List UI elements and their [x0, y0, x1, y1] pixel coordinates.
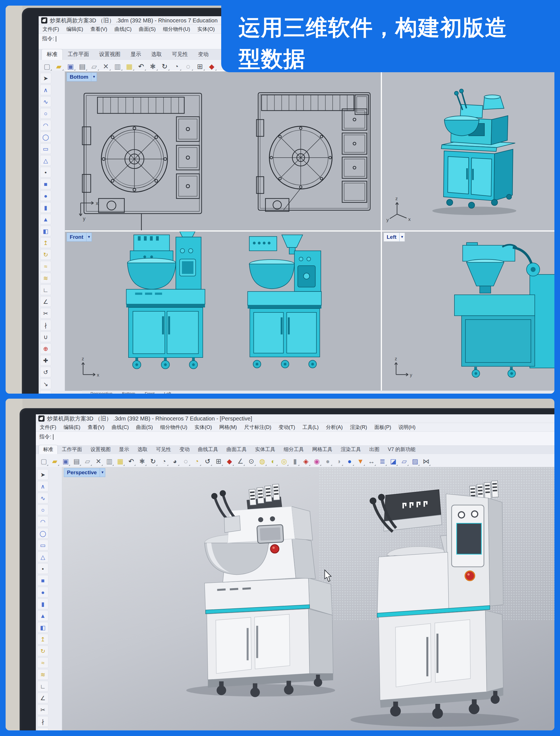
zoom-icon[interactable]: ◔: [171, 61, 181, 71]
move-icon[interactable]: ✚: [40, 355, 51, 366]
chamfer-icon[interactable]: ∠: [37, 693, 48, 703]
menu-item[interactable]: 网格(M): [219, 424, 237, 430]
chevron-down-icon[interactable]: ▾: [399, 233, 405, 241]
menu-item[interactable]: 曲线(C): [112, 424, 129, 430]
ribbon-tab[interactable]: 细分工具: [279, 445, 308, 454]
paste-icon[interactable]: ▦: [124, 61, 134, 71]
rectangle-icon[interactable]: ▭: [40, 143, 51, 154]
fillet-icon[interactable]: ∟: [37, 681, 48, 691]
cone-icon[interactable]: ▲: [40, 214, 51, 225]
ghosted-sphere-icon[interactable]: ◑: [334, 456, 343, 467]
ribbon-tab[interactable]: 工作平面: [63, 49, 94, 60]
ellipse-icon[interactable]: ◯: [40, 132, 51, 142]
revolve-icon[interactable]: ↻: [40, 249, 51, 260]
filter-cone-icon[interactable]: ▼: [356, 456, 365, 467]
viewport-strip-tab[interactable]: Front: [145, 391, 155, 393]
viewport-label-perspective[interactable]: Perspective ▾: [64, 468, 105, 477]
ribbon-tab[interactable]: V7 的新功能: [384, 445, 420, 454]
ribbon-tab[interactable]: 设置视图: [94, 49, 125, 60]
menu-item[interactable]: 分析(A): [326, 424, 343, 430]
chevron-down-icon[interactable]: ▾: [91, 73, 97, 81]
viewport-strip-tab[interactable]: Left: [164, 391, 171, 393]
fillet-icon[interactable]: ∟: [40, 285, 51, 295]
export-icon[interactable]: ▱: [83, 456, 92, 467]
extrude-icon[interactable]: ↥: [37, 634, 48, 644]
four-viewport-icon[interactable]: ⊞: [214, 456, 223, 467]
pointer-icon[interactable]: ➤: [40, 73, 51, 83]
scale-icon[interactable]: ↘: [40, 378, 51, 389]
loft-icon[interactable]: ≋: [37, 669, 48, 680]
arc-icon[interactable]: ◠: [37, 516, 48, 527]
save-icon[interactable]: ▣: [66, 61, 76, 71]
ribbon-tab[interactable]: 标准: [39, 445, 58, 454]
point-icon[interactable]: •: [37, 563, 48, 574]
undo-icon[interactable]: ↶: [136, 61, 146, 71]
viewport-perspective-main[interactable]: Perspective ▾: [62, 467, 554, 730]
viewport-strip-tab[interactable]: Bottom: [122, 391, 135, 393]
save-icon[interactable]: ▣: [61, 456, 70, 467]
ribbon-tab[interactable]: 变动: [193, 49, 214, 60]
ribbon-tab[interactable]: 设置视图: [86, 445, 115, 454]
boolean-icon[interactable]: ⊕: [40, 343, 51, 354]
delete-icon[interactable]: ✕: [94, 456, 103, 467]
surface-icon[interactable]: ◧: [37, 622, 48, 633]
loft-icon[interactable]: ≋: [40, 273, 51, 283]
export-icon[interactable]: ▱: [89, 61, 99, 71]
four-viewport-icon[interactable]: ⊞: [195, 61, 205, 71]
point-icon[interactable]: •: [40, 167, 51, 178]
pointer-icon[interactable]: ➤: [37, 469, 48, 480]
menu-item[interactable]: 细分物件(U): [163, 26, 190, 32]
viewport-bottom[interactable]: x y Bottom ▾: [65, 71, 381, 231]
measure-icon[interactable]: ∠: [236, 456, 245, 467]
menu-item[interactable]: 曲面(S): [136, 424, 153, 430]
box-icon[interactable]: ■: [40, 179, 51, 189]
ribbon-tab[interactable]: 实体工具: [251, 445, 279, 454]
polygon-icon[interactable]: △: [37, 551, 48, 562]
surface-icon[interactable]: ◧: [40, 226, 51, 236]
chevron-down-icon[interactable]: ▾: [86, 233, 92, 241]
ribbon-tab[interactable]: 标准: [41, 49, 63, 60]
menu-item[interactable]: 编辑(E): [66, 26, 83, 32]
rendered-sphere-icon[interactable]: ●: [345, 456, 354, 467]
vehicle-icon[interactable]: ◆: [225, 456, 234, 467]
ribbon-tab[interactable]: 变动: [175, 445, 194, 454]
lock-icon[interactable]: ▮: [290, 456, 300, 467]
copy-icon[interactable]: ▥: [113, 61, 123, 71]
menu-item[interactable]: 查看(V): [90, 26, 107, 32]
sphere-icon[interactable]: ●: [40, 190, 51, 201]
menu-item[interactable]: 尺寸标注(D): [244, 424, 271, 430]
pan-hand-icon[interactable]: ✱: [148, 61, 158, 71]
paste-icon[interactable]: ▦: [116, 456, 125, 467]
extrude-icon[interactable]: ↥: [40, 238, 51, 248]
join-icon[interactable]: ∪: [37, 728, 48, 730]
trim-icon[interactable]: ✂: [40, 308, 51, 319]
display-mode-icon[interactable]: ◈: [301, 456, 311, 467]
rotate-icon[interactable]: ↺: [40, 367, 51, 377]
clipping-plane-icon[interactable]: ▱: [400, 456, 409, 467]
revolve-icon[interactable]: ↻: [37, 646, 48, 656]
open-folder-icon[interactable]: ▰: [50, 456, 59, 467]
dimension-icon[interactable]: ↔: [367, 456, 376, 467]
ribbon-tab[interactable]: 渲染工具: [337, 445, 365, 454]
viewport-label-front[interactable]: Front ▾: [67, 233, 92, 242]
open-folder-icon[interactable]: ▰: [54, 61, 64, 71]
circle-center-icon[interactable]: ⊙: [247, 456, 256, 467]
viewport-perspective-small[interactable]: z y x: [382, 71, 554, 231]
chevron-down-icon[interactable]: ▾: [100, 468, 105, 477]
sweep-icon[interactable]: ≈: [37, 657, 48, 668]
lamp-icon[interactable]: ◍: [258, 456, 267, 467]
viewport-label-bottom[interactable]: Bottom ▾: [67, 73, 97, 82]
menu-item[interactable]: 细分物件(U): [160, 424, 187, 430]
menu-item[interactable]: 查看(V): [88, 424, 104, 430]
trim-icon[interactable]: ✂: [37, 704, 48, 715]
pan-hand-icon[interactable]: ✱: [137, 456, 147, 467]
print-icon[interactable]: ▤: [72, 456, 81, 467]
zoom-selected-icon[interactable]: ◔: [192, 456, 201, 467]
cylinder-icon[interactable]: ▮: [40, 202, 51, 213]
undo-view-icon[interactable]: ↺: [203, 456, 212, 467]
print-icon[interactable]: ▤: [77, 61, 87, 71]
zoom-window-icon[interactable]: ◌: [181, 456, 190, 467]
mirror-icon[interactable]: ⋈: [40, 390, 51, 393]
menu-item[interactable]: 曲面(S): [139, 26, 156, 32]
join-icon[interactable]: ∪: [40, 332, 51, 342]
